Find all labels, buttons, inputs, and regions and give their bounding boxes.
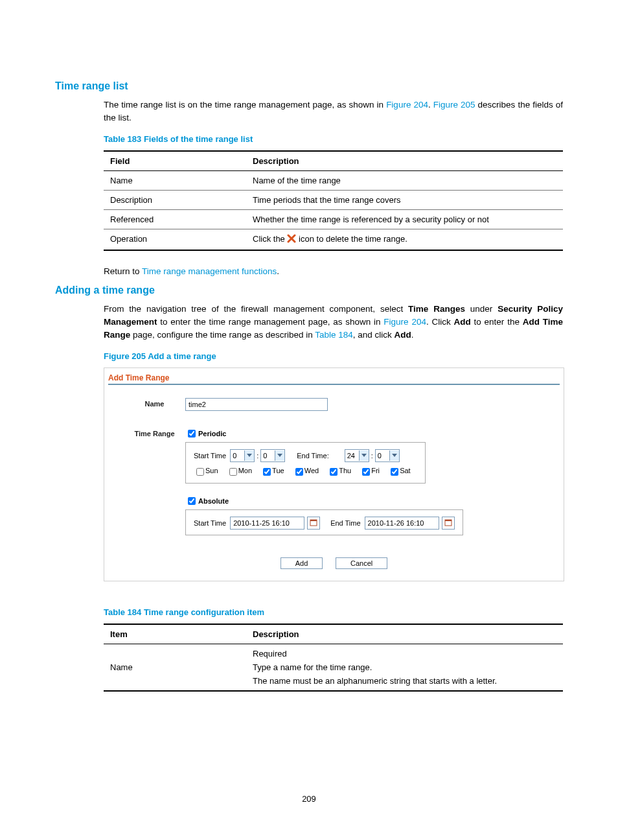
text: to enter the time range management page,… [157,317,384,327]
day-thu-checkbox[interactable] [330,468,338,476]
day-fri-checkbox[interactable] [362,468,370,476]
text: Type a name for the time range. [253,662,556,672]
periodic-label: Periodic [198,430,226,438]
table-row: Referenced Whether the time range is ref… [104,209,563,229]
abs-start-input[interactable] [230,517,304,530]
table-header-item: Item [104,624,246,644]
divider [108,384,560,385]
table-header-description: Description [246,624,563,644]
link-figure-204[interactable]: Figure 204 [386,100,428,110]
chevron-down-icon [389,450,399,461]
table-row: Name Name of the time range [104,170,563,190]
day-tue-label: Tue [272,467,284,474]
cell-description: Required Type a name for the time range.… [246,644,563,691]
day-fri-label: Fri [371,467,380,474]
periodic-checkbox[interactable] [188,430,196,438]
calendar-icon [444,519,452,528]
svg-marker-2 [247,454,252,457]
end-time-label: End Time: [297,452,329,460]
cell-description: Whether the time range is referenced by … [246,209,563,229]
svg-marker-5 [392,454,397,457]
cell-field: Description [104,190,246,209]
table-header-description: Description [246,151,563,171]
chevron-down-icon [359,450,369,461]
link-figure-205[interactable]: Figure 205 [433,100,475,110]
time-range-label: Time Range [124,428,185,438]
day-wed-label: Wed [304,467,319,474]
cell-description: Name of the time range [246,170,563,190]
svg-rect-7 [310,520,317,521]
end-minute-select[interactable]: 0 [375,449,400,462]
calendar-icon [310,519,317,528]
table-183: Field Description Name Name of the time … [104,150,563,251]
panel-title: Add Time Range [104,368,564,384]
calendar-button[interactable] [307,517,320,530]
start-time-label: Start Time [194,452,226,460]
start-minute-select[interactable]: 0 [260,449,285,462]
text: icon to delete the time range. [299,234,407,244]
absolute-checkbox[interactable] [188,497,196,505]
chevron-down-icon [244,450,254,461]
chevron-down-icon [275,450,284,461]
text-bold: Add [395,330,411,340]
abs-start-label: Start Time [194,519,226,527]
text: From the navigation tree of the firewall… [104,304,408,314]
abs-end-input[interactable] [365,517,439,530]
name-label: Name [124,398,185,408]
text-bold: Add [454,317,471,327]
periodic-fieldset: Start Time 0 : 0 End Time: 24 : 0 Sun Mo… [185,442,426,484]
text: Return to [104,266,142,276]
figure-205-caption: Figure 205 Add a time range [104,351,563,361]
text: Click the [253,234,287,244]
cancel-button[interactable]: Cancel [336,557,387,569]
page-number: 209 [0,794,618,804]
absolute-label: Absolute [198,497,229,505]
delete-icon [287,234,296,245]
cell-description: Click the icon to delete the time range. [246,229,563,250]
section-heading-time-range-list: Time range list [55,80,563,92]
svg-marker-3 [277,454,282,457]
end-hour-select[interactable]: 24 [345,449,369,462]
text: . [277,266,279,276]
text: to enter the [471,317,523,327]
add-button[interactable]: Add [280,557,323,569]
link-figure-204[interactable]: Figure 204 [383,317,426,327]
text: The name must be an alphanumeric string … [253,676,556,686]
name-input[interactable] [185,398,328,411]
day-thu-label: Thu [339,467,351,474]
text: Required [253,649,556,659]
text: . Click [426,317,454,327]
text: . [428,100,433,110]
text-bold: Time Ranges [408,304,465,314]
day-sat-checkbox[interactable] [391,468,398,476]
cell-description: Time periods that the time range covers [246,190,563,209]
day-mon-checkbox[interactable] [229,468,237,476]
table-row: Operation Click the icon to delete the t… [104,229,563,250]
day-wed-checkbox[interactable] [295,468,303,476]
text: . [411,330,414,340]
table-row: Description Time periods that the time r… [104,190,563,209]
link-table-184[interactable]: Table 184 [315,330,353,340]
calendar-button[interactable] [442,517,455,530]
abs-end-label: End Time [330,519,360,527]
cell-item: Name [104,644,246,691]
text: , and click [353,330,395,340]
cell-field: Name [104,170,246,190]
cell-field: Operation [104,229,246,250]
text: page, configure the time range as descri… [130,330,315,340]
paragraph: From the navigation tree of the firewall… [104,303,563,342]
text: under [465,304,498,314]
table-184: Item Description Name Required Type a na… [104,624,563,692]
day-mon-label: Mon [238,467,252,474]
cell-field: Referenced [104,209,246,229]
day-tue-checkbox[interactable] [263,468,271,476]
svg-rect-9 [445,520,452,521]
text: The time range list is on the time range… [104,100,386,110]
paragraph: The time range list is on the time range… [104,99,563,125]
start-hour-select[interactable]: 0 [230,449,255,462]
day-sun-checkbox[interactable] [196,468,204,476]
link-time-range-management-functions[interactable]: Time range management functions [142,266,277,276]
day-sat-label: Sat [400,467,411,474]
table-184-caption: Table 184 Time range configuration item [104,607,563,617]
svg-marker-4 [361,454,367,457]
